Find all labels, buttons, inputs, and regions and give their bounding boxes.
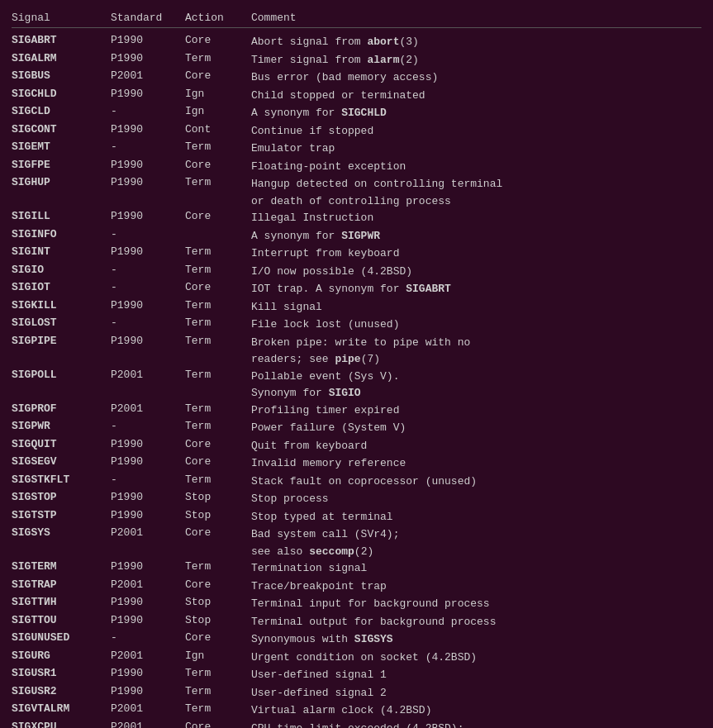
standard-value: P2001 [111,402,185,415]
header-signal: Signal [12,12,111,24]
action-value: Term [185,420,251,432]
standard-value: P2001 [111,526,185,539]
standard-value: P1990 [111,159,185,171]
table-row: SIGLOST-TermFile lock lost (unused) [12,316,701,334]
table-row: SIGABRTP1990CoreAbort signal from abort(… [12,33,701,51]
comment-value: Profiling timer expired [251,402,701,419]
header-comment: Comment [251,12,701,24]
action-value: Ign [185,105,251,117]
action-value: Term [185,335,251,347]
comment-value: CPU time limit exceeded (4.2BSD); [251,721,701,729]
comment-value: Synonymous with SIGSYS [251,631,701,648]
table-row: SIGQUITP1990CoreQuit from keyboard [12,437,701,455]
standard-value: - [111,140,185,153]
signal-name: SIGINT [12,245,111,258]
standard-value: P1990 [111,685,185,697]
signal-name: SIGSEGV [12,455,111,468]
action-value: Term [185,245,251,258]
action-value: Core [185,69,251,82]
table-row: SIGSTKFLT-TermStack fault on coprocessor… [12,473,701,491]
signal-name: SIGTTOU [12,614,111,626]
comment-value: Virtual alarm clock (4.2BSD) [251,702,701,719]
table-row: SIGINFO-A synonym for SIGPWR [12,227,701,245]
comment-value: Bus error (bad memory access) [251,69,701,86]
table-row: SIGPIPEP1990TermBroken pipe: write to pi… [12,334,701,352]
standard-value: - [111,228,185,240]
action-value: Term [185,685,251,697]
standard-value: P1990 [111,176,185,188]
comment-value: Kill signal [251,299,701,316]
comment-continuation: Synonym for SIGIO [12,385,701,402]
table-row: SIGCHLDP1990IgnChild stopped or terminat… [12,87,701,105]
action-value: Term [185,560,251,573]
comment-value: User-defined signal 2 [251,685,701,702]
table-row: SIGXCPUP2001CoreCPU time limit exceeded … [12,720,701,729]
signal-name: SIGTSTP [12,509,111,521]
table-row: SIGPOLLP2001TermPollable event (Sys V). [12,368,701,386]
standard-value: P2001 [111,369,185,381]
standard-value: P1990 [111,34,185,46]
comment-value: Stop process [251,491,701,507]
comment-value: Stop typed at terminal [251,509,701,526]
action-value: Term [185,140,251,153]
comment-value: IOT trap. A synonym for SIGABRT [251,281,701,297]
table-row: SIGCONTP1990ContContinue if stopped [12,122,701,140]
standard-value: P1990 [111,491,185,503]
comment-value: Terminal output for background process [251,614,701,630]
table-row: SIGTERMP1990TermTermination signal [12,559,701,578]
signal-name: SIGHUP [12,176,111,188]
action-value: Term [185,264,251,276]
comment-value: Emulator trap [251,140,701,157]
table-row: SIGSYSP2001CoreBad system call (SVr4); [12,526,701,544]
signal-name: SIGIOT [12,281,111,293]
action-value: Term [185,52,251,64]
action-value: Core [185,526,251,539]
comment-continuation: readers; see pipe(7) [12,351,701,368]
action-value: Core [185,631,251,644]
comment-value: Interrupt from keyboard [251,245,701,262]
signal-name: SIGURG [12,649,111,662]
signal-name: SIGTTИН [12,596,111,608]
table-row: SIGURGP2001IgnUrgent condition on socket… [12,649,701,667]
signal-name: SIGCONT [12,123,111,136]
table-row: SIGUSR1P1990TermUser-defined signal 1 [12,666,701,684]
action-value: Core [185,34,251,46]
signal-name: SIGILL [12,210,111,222]
action-value: Term [185,402,251,415]
comment-value: Child stopped or terminated [251,88,701,104]
standard-value: P1990 [111,560,185,573]
action-value: Term [185,702,251,715]
signal-name: SIGEMT [12,140,111,153]
signal-name: SIGABRT [12,34,111,46]
standard-value: - [111,316,185,329]
comment-continuation-text: Synonym for SIGIO [251,385,701,402]
standard-value: - [111,631,185,644]
table-row: SIGSTOPP1990StopStop process [12,490,701,508]
signal-name: SIGLOST [12,316,111,329]
table-container: Signal Standard Action Comment SIGABRTP1… [12,8,701,728]
standard-value: P1990 [111,596,185,608]
signal-name: SIGSTKFLT [12,473,111,486]
table-row: SIGILLP1990CoreIllegal Instruction [12,209,701,227]
action-value: Term [185,667,251,679]
standard-value: - [111,105,185,117]
table-row: SIGALRMP1990TermTimer signal from alarm(… [12,51,701,69]
signal-name: SIGTERM [12,560,111,573]
table-row: SIGPROFP2001TermProfiling timer expired [12,402,701,420]
standard-value: P1990 [111,123,185,136]
comment-continuation: see also seccomp(2) [12,544,701,560]
signal-name: SIGUSR1 [12,667,111,679]
comment-value: Power failure (System V) [251,420,701,436]
signal-name: SIGUSR2 [12,685,111,697]
table-row: SIGINTP1990TermInterrupt from keyboard [12,245,701,263]
signal-name: SIGQUIT [12,438,111,450]
action-value: Core [185,159,251,171]
comment-value: Illegal Instruction [251,210,701,226]
table-header: Signal Standard Action Comment [12,8,701,28]
table-row: SIGIOT-CoreIOT trap. A synonym for SIGAB… [12,280,701,298]
table-row: SIGTSTPP1990StopStop typed at terminal [12,508,701,526]
header-standard: Standard [111,12,185,24]
signal-name: SIGALRM [12,52,111,64]
standard-value: P1990 [111,335,185,347]
standard-value: P2001 [111,702,185,715]
